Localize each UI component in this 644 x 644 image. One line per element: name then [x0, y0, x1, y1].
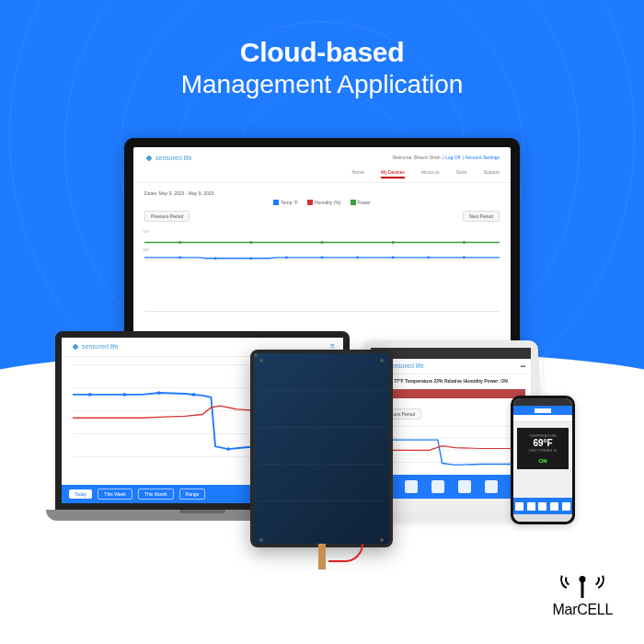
tablet-status: 77°F Temperature 22% Relative Humidity P… — [371, 374, 531, 387]
monitor-chart: 120 100 — [144, 229, 500, 312]
solar-panel-device — [250, 350, 393, 547]
antenna-icon — [564, 570, 601, 600]
power-value: ON — [519, 458, 567, 464]
svg-point-13 — [321, 241, 324, 244]
phone-nav-bar — [513, 498, 572, 514]
headline-bold: Cloud-based — [0, 37, 644, 68]
svg-point-11 — [178, 241, 181, 244]
svg-point-19 — [192, 393, 196, 397]
nav-icon[interactable] — [485, 480, 498, 493]
date-range-text: Dates: May 9, 2023 - May 9, 2023 — [144, 190, 500, 196]
svg-point-6 — [321, 257, 324, 259]
nav-icon[interactable] — [431, 480, 444, 493]
nav-store[interactable]: Store — [456, 169, 467, 178]
tablet-screen: sensored life ▬ 77°F Temperature 22% Rel… — [371, 348, 531, 512]
brand-mark: MarCELL — [553, 570, 613, 618]
nav-devices[interactable]: My Devices — [381, 169, 405, 178]
brand-logo: sensored life — [144, 155, 192, 162]
svg-point-4 — [249, 258, 252, 260]
svg-point-10 — [463, 257, 466, 259]
chart-legend: Temp °F Humidity (%) Power — [144, 200, 500, 205]
nav-icon[interactable] — [405, 480, 418, 493]
next-period-button[interactable]: Next Period — [463, 211, 500, 222]
nav-icon[interactable] — [527, 502, 535, 511]
tab-today[interactable]: Today — [69, 489, 92, 499]
svg-point-2 — [178, 257, 181, 259]
power-label: UNIT POWER IS — [519, 448, 567, 453]
svg-point-5 — [285, 257, 288, 259]
welcome-text: Welcome, Bhavin Shah — [393, 155, 441, 160]
account-area: Welcome, Bhavin Shah | Log Off | Account… — [393, 155, 500, 162]
tablet-nav-bar — [371, 475, 531, 499]
signal-icon: ▬ — [521, 362, 525, 370]
tab-range[interactable]: Range — [179, 489, 206, 500]
logoff-link[interactable]: Log Off — [445, 155, 460, 160]
svg-point-9 — [427, 257, 430, 259]
temp-value: 69°F — [519, 438, 567, 448]
brand-name: MarCELL — [553, 602, 613, 618]
tab-week[interactable]: This Week — [98, 489, 132, 500]
svg-point-14 — [392, 241, 395, 244]
phone-status-card: TEMPERATURE 69°F UNIT POWER IS ON — [517, 428, 569, 469]
svg-point-16 — [88, 393, 92, 397]
headline-thin: Management Application — [0, 70, 644, 99]
svg-point-8 — [392, 257, 395, 259]
phone-screen: TEMPERATURE 69°F UNIT POWER IS ON — [513, 398, 572, 522]
svg-point-12 — [249, 241, 252, 244]
svg-point-3 — [214, 258, 217, 260]
alert-banner — [376, 389, 525, 398]
nav-icon[interactable] — [538, 502, 546, 511]
legend-humidity: Humidity (%) — [315, 200, 341, 205]
nav-about[interactable]: About us — [421, 169, 440, 178]
tab-month[interactable]: This Month — [138, 489, 174, 500]
prev-period-button[interactable]: Previous Period — [144, 211, 190, 222]
svg-point-15 — [463, 241, 466, 244]
nav-home[interactable]: Home — [352, 169, 364, 178]
svg-point-7 — [356, 257, 359, 259]
nav-icon[interactable] — [458, 480, 471, 493]
svg-point-17 — [123, 393, 127, 397]
headline: Cloud-based Management Application — [0, 37, 644, 99]
legend-temp: Temp °F — [281, 200, 298, 205]
laptop-brand: sensored life — [71, 343, 119, 351]
nav-support[interactable]: Support — [483, 169, 500, 178]
nav-icon[interactable] — [562, 502, 570, 511]
legend-power: Power — [358, 200, 371, 205]
phone: TEMPERATURE 69°F UNIT POWER IS ON — [511, 396, 575, 524]
settings-link[interactable]: Account Settings — [465, 155, 500, 160]
svg-point-20 — [226, 447, 230, 451]
svg-point-18 — [157, 391, 161, 395]
tablet-chart — [376, 426, 525, 477]
nav-icon[interactable] — [515, 502, 523, 511]
phone-header — [513, 406, 572, 415]
nav-icon[interactable] — [550, 502, 558, 511]
main-nav: Home My Devices About us Store Support — [133, 169, 511, 183]
